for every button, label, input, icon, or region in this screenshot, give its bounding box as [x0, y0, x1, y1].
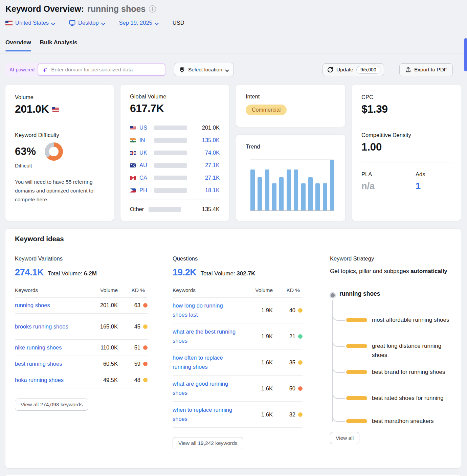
volume-cell: 1.6K	[240, 411, 273, 418]
keyword-link[interactable]: what are the best running shoes	[173, 327, 240, 345]
device-selector[interactable]: Desktop	[69, 20, 105, 26]
us-flag-icon	[52, 107, 59, 112]
page-title-text: Keyword Overview:	[5, 4, 84, 14]
kd-header: KD %	[118, 287, 148, 293]
topic-pill	[346, 419, 367, 423]
keyword-ideas-card: Keyword ideas Keyword Variations 274.1K …	[5, 229, 461, 468]
kd-cell: 21	[289, 333, 295, 340]
table-row: when to replace running shoes 1.6K 32	[173, 402, 303, 428]
country-code-link[interactable]: PH	[139, 187, 152, 194]
keyword-link[interactable]: how often to replace running shoes	[173, 353, 240, 371]
topic-label: most affordable running shoes	[372, 315, 455, 324]
chevron-down-icon	[155, 21, 158, 25]
keyword-link[interactable]: brooks running shoes	[15, 322, 85, 331]
other-countries-row: Other 135.4K	[130, 203, 220, 216]
table-row: what are good running shoes 1.6K 50	[173, 376, 303, 402]
scrollbar-thumb[interactable]	[464, 38, 467, 71]
tree-branch-line	[332, 363, 345, 373]
keyword-link[interactable]: best running shoes	[15, 359, 85, 368]
table-row: nike running shoes 110.0K 51	[15, 340, 148, 356]
table-row: running shoes 201.0K 63	[15, 297, 148, 314]
country-code-link[interactable]: UK	[139, 150, 152, 156]
country-row: IN 135.0K	[130, 134, 220, 146]
intent-badge: Commercial	[246, 105, 287, 115]
volume-value: 201.0K	[15, 103, 49, 115]
kd-value: 63%	[15, 145, 36, 158]
au-flag-icon	[130, 163, 136, 167]
country-row: CA 27.1K	[130, 172, 220, 184]
gridline	[250, 159, 334, 160]
export-pdf-button[interactable]: Export to PDF	[399, 63, 453, 76]
tab-bulk-analysis[interactable]: Bulk Analysis	[40, 39, 77, 51]
tree-branch-line	[332, 389, 345, 399]
country-volume-link[interactable]: 74.0K	[205, 150, 220, 156]
tree-branch-line	[332, 311, 345, 321]
country-row: PH 18.1K	[130, 184, 220, 197]
volume-cell: 1.9K	[240, 333, 273, 340]
trend-card: Trend	[236, 135, 345, 221]
kd-dot	[298, 334, 303, 339]
keyword-link[interactable]: nike running shoes	[15, 343, 85, 352]
trend-bar	[294, 169, 298, 210]
keyword-link[interactable]: what are good running shoes	[173, 379, 240, 398]
volume-bar	[154, 138, 187, 143]
chevron-down-icon	[102, 21, 105, 25]
keywords-header: Keywords	[173, 287, 240, 293]
volume-cell: 1.9K	[240, 307, 273, 314]
tree-trunk-line	[332, 300, 333, 422]
domain-input[interactable]	[51, 67, 161, 73]
country-volume-link[interactable]: 135.0K	[202, 137, 220, 143]
global-volume-rows: US 201.0K IN 135.0K UK 74.0K AU 27.1K CA…	[130, 121, 220, 216]
country-row: US 201.0K	[130, 121, 220, 134]
keywords-header: Keywords	[15, 287, 85, 293]
in-flag-icon	[130, 138, 136, 142]
kd-cell: 35	[289, 359, 295, 366]
trend-bar	[308, 177, 313, 210]
keyword-link[interactable]: hoka running shoes	[15, 376, 85, 385]
select-location-button[interactable]: Select location	[174, 63, 234, 76]
other-volume: 135.4K	[202, 206, 220, 212]
tree-branch-line	[332, 337, 345, 347]
trend-bars	[250, 160, 334, 210]
country-selector[interactable]: United States	[5, 20, 55, 26]
country-code-link[interactable]: IN	[139, 137, 152, 143]
table-row: how often to replace running shoes 1.6K …	[173, 349, 303, 376]
volume-bar	[154, 188, 187, 193]
trend-bar	[330, 160, 334, 210]
country-volume-link[interactable]: 27.1K	[205, 162, 220, 168]
view-all-variations-button[interactable]: View all 274,093 keywords	[15, 399, 88, 411]
country-volume-link[interactable]: 18.1K	[205, 187, 220, 194]
tab-overview[interactable]: Overview	[5, 39, 31, 51]
trend-bar	[272, 183, 276, 210]
country-code-link[interactable]: US	[139, 124, 152, 131]
ai-powered-badge: AI-powered	[9, 67, 35, 72]
keyword-link[interactable]: when to replace running shoes	[173, 405, 240, 424]
country-label: United States	[15, 20, 49, 26]
ca-flag-icon	[130, 176, 136, 180]
desktop-icon	[69, 20, 75, 26]
global-volume-card: Global Volume 617.7K US 201.0K IN 135.0K…	[120, 85, 229, 221]
kd-dot	[143, 303, 148, 308]
page-title: Keyword Overview: running shoes	[5, 4, 156, 14]
view-all-strategy-button[interactable]: View all	[330, 432, 359, 444]
global-volume-value: 617.7K	[130, 102, 220, 115]
update-label: Update	[336, 67, 353, 73]
variations-total-label: Total Volume:	[48, 270, 82, 277]
tree-root-label: running shoes	[339, 290, 380, 297]
trend-bar	[279, 177, 284, 210]
update-button[interactable]: Update 9/5,000	[323, 63, 384, 76]
country-code-link[interactable]: CA	[139, 175, 152, 181]
keyword-link[interactable]: running shoes	[15, 301, 85, 310]
kd-cell: 48	[134, 377, 140, 383]
country-volume-link[interactable]: 27.1K	[205, 175, 220, 181]
ai-domain-group: AI-powered	[5, 63, 166, 76]
add-keyword-icon[interactable]	[149, 5, 156, 13]
keyword-link[interactable]: how long do running shoes last	[173, 301, 240, 319]
ads-value: 1	[416, 181, 425, 191]
divider	[15, 123, 104, 123]
date-selector[interactable]: Sep 19, 2025	[119, 20, 158, 26]
table-header: Keywords Volume KD %	[15, 282, 148, 297]
view-all-questions-button[interactable]: View all 19,242 keywords	[173, 437, 243, 449]
strategy-tree: running shoes most affordable running sh…	[330, 255, 456, 458]
country-code-link[interactable]: AU	[139, 162, 152, 168]
